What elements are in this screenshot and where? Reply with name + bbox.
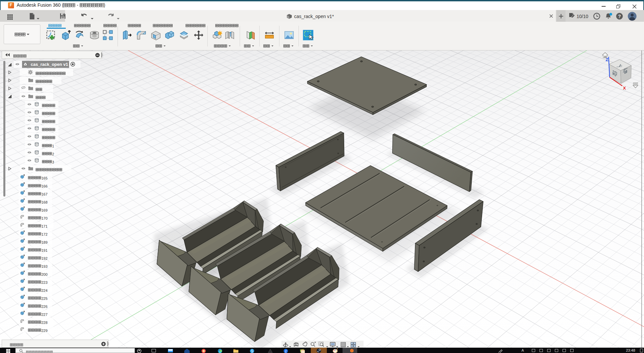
svg-text:S: S bbox=[251, 349, 253, 353]
svg-text:X: X bbox=[623, 86, 626, 91]
svg-text:Z: Z bbox=[606, 57, 608, 62]
svg-text:Z: Z bbox=[285, 350, 287, 353]
svg-text:?: ? bbox=[618, 14, 621, 19]
